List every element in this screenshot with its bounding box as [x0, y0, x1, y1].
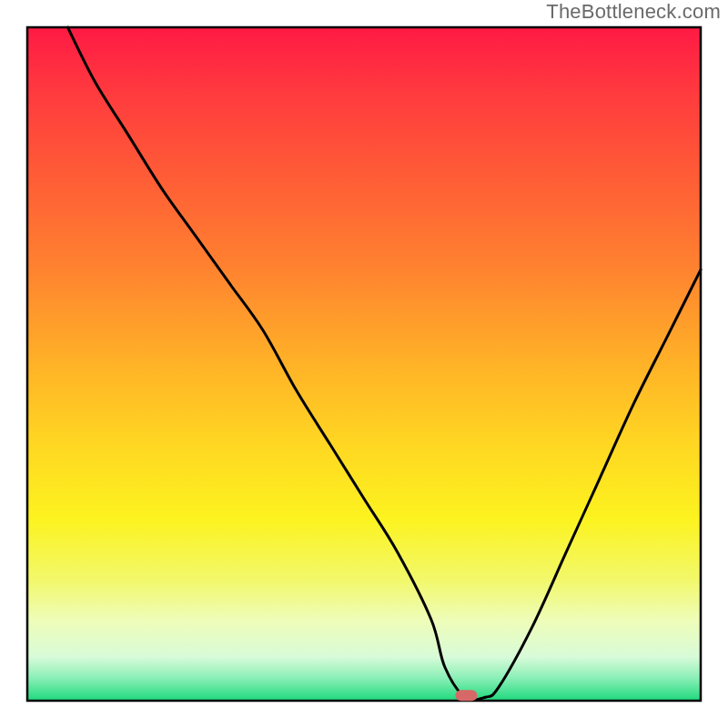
- chart-container: TheBottleneck.com: [0, 0, 728, 728]
- optimal-marker: [455, 690, 477, 701]
- bottleneck-chart: [0, 0, 728, 728]
- watermark-text: TheBottleneck.com: [546, 0, 721, 24]
- plot-background: [27, 27, 701, 701]
